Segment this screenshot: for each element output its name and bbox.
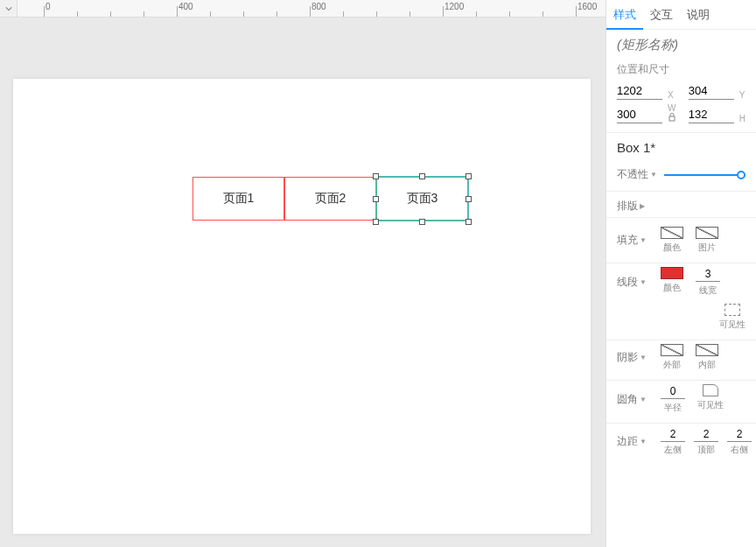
- line-label[interactable]: 线段▼: [617, 275, 661, 290]
- margin-left-label: 左侧: [664, 444, 682, 456]
- shape-name-row: [606, 30, 756, 57]
- shadow-label[interactable]: 阴影▼: [617, 350, 661, 365]
- position-section: 位置和尺寸 X Y W H: [606, 57, 756, 133]
- fill-label[interactable]: 填充▼: [617, 233, 661, 248]
- lock-icon[interactable]: [668, 113, 676, 122]
- corner-label[interactable]: 圆角▼: [617, 392, 661, 407]
- ruler-tick-label: 800: [312, 2, 326, 11]
- shadow-inner-label: 内部: [698, 359, 716, 371]
- height-input[interactable]: [689, 106, 734, 123]
- rect-shape[interactable]: 页面3: [376, 177, 468, 221]
- tab-interact[interactable]: 交互: [643, 0, 680, 30]
- shadow-row: 阴影▼ 外部 内部: [606, 340, 756, 381]
- chevron-down-icon: [5, 5, 12, 12]
- page-surface[interactable]: 页面1 页面2 页面3: [13, 79, 591, 534]
- rect-shape[interactable]: 页面2: [284, 177, 376, 221]
- panel-tabs: 样式 交互 说明: [606, 0, 756, 30]
- rect-shape[interactable]: 页面1: [192, 177, 284, 221]
- width-label: W: [668, 103, 683, 123]
- slider-knob[interactable]: [737, 171, 746, 179]
- shape-name-input[interactable]: [617, 37, 746, 52]
- rect-label: 页面3: [407, 191, 438, 207]
- canvas-background[interactable]: 页面1 页面2 页面3: [0, 18, 606, 547]
- tab-notes[interactable]: 说明: [680, 0, 717, 30]
- ruler-tick-label: 1600: [578, 2, 597, 11]
- line-row: 线段▼ 颜色 线宽: [606, 263, 756, 300]
- style-name[interactable]: Box 1*: [606, 133, 756, 162]
- width-input[interactable]: [617, 106, 662, 123]
- shadow-outer-swatch[interactable]: [661, 344, 683, 356]
- pos-y-input[interactable]: [689, 82, 734, 100]
- margin-label[interactable]: 边距▼: [617, 434, 661, 449]
- ruler-tick-label: 0: [46, 2, 51, 11]
- tab-style[interactable]: 样式: [606, 0, 643, 30]
- ruler-corner[interactable]: [0, 0, 18, 18]
- margin-right-label: 右侧: [731, 444, 748, 456]
- height-label: H: [739, 114, 746, 123]
- opacity-slider[interactable]: [664, 174, 746, 176]
- corner-radius-input[interactable]: [661, 384, 685, 399]
- opacity-row: 不透性▼: [606, 162, 756, 192]
- line-width-label: 线宽: [699, 284, 717, 297]
- section-title: 位置和尺寸: [617, 62, 746, 77]
- fill-color-swatch[interactable]: [661, 227, 683, 239]
- fill-row: 填充▼ 颜色 图片: [606, 223, 756, 263]
- opacity-label[interactable]: 不透性▼: [617, 167, 657, 182]
- rect-label: 页面1: [223, 191, 255, 207]
- line-visibility-box[interactable]: [724, 304, 740, 316]
- shadow-inner-swatch[interactable]: [696, 344, 718, 356]
- margin-top-label: 顶部: [697, 444, 715, 456]
- ruler-tick-label: 400: [178, 2, 193, 11]
- fill-image-swatch[interactable]: [696, 227, 718, 239]
- svg-rect-0: [669, 116, 675, 121]
- fill-image-label: 图片: [698, 242, 716, 254]
- corner-visibility-box[interactable]: [703, 384, 718, 396]
- margin-top-input[interactable]: [694, 427, 718, 442]
- inspector-panel: 样式 交互 说明 位置和尺寸 X Y W H Box 1* 不透性▼ 排版▶ 填…: [606, 0, 756, 547]
- line-width-input[interactable]: [696, 267, 720, 282]
- line-color-swatch[interactable]: [661, 267, 683, 279]
- typography-label: 排版: [617, 199, 638, 214]
- canvas-area: 040080012001600 页面1 页面2 页面3: [0, 0, 606, 547]
- margin-row: 边距▼ 左侧 顶部 右侧: [606, 424, 756, 459]
- corner-radius-label: 半径: [664, 402, 682, 414]
- rect-label: 页面2: [315, 191, 346, 207]
- shapes-layer: 页面1 页面2 页面3: [13, 79, 591, 534]
- fill-color-label: 颜色: [663, 242, 681, 254]
- line-visibility-row: 可见性: [606, 300, 756, 340]
- shadow-outer-label: 外部: [663, 359, 681, 371]
- line-visibility-label: 可见性: [719, 319, 746, 331]
- corner-row: 圆角▼ 半径 可见性: [606, 381, 756, 424]
- pos-y-label: Y: [739, 90, 746, 100]
- typography-row[interactable]: 排版▶: [606, 195, 756, 218]
- pos-x-label: X: [668, 90, 683, 100]
- line-color-label: 颜色: [663, 282, 681, 294]
- margin-left-input[interactable]: [661, 427, 685, 442]
- margin-right-input[interactable]: [727, 427, 752, 442]
- ruler-tick-label: 1200: [444, 2, 464, 11]
- corner-visibility-label: 可见性: [697, 399, 724, 411]
- pos-x-input[interactable]: [617, 82, 662, 100]
- ruler-horizontal[interactable]: 040080012001600: [18, 0, 606, 18]
